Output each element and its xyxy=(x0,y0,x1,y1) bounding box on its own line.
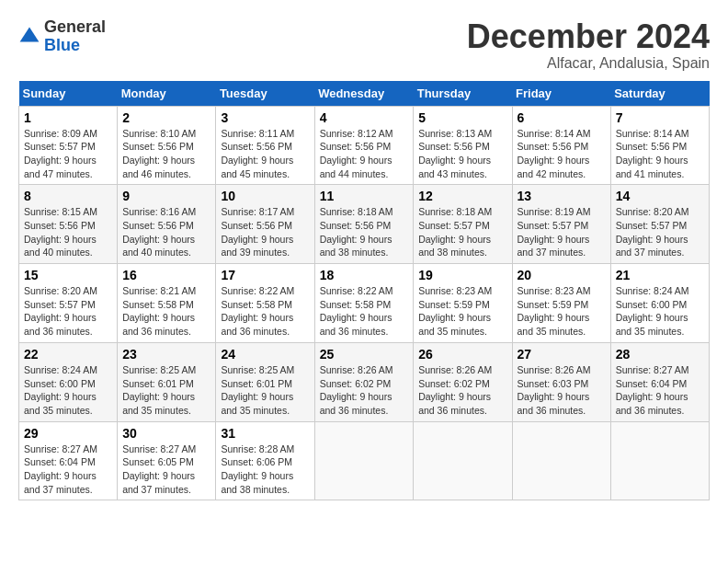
day-info: Sunrise: 8:21 AMSunset: 5:58 PMDaylight:… xyxy=(122,284,210,339)
day-info: Sunrise: 8:23 AMSunset: 5:59 PMDaylight:… xyxy=(418,284,506,339)
calendar-cell: 31Sunrise: 8:28 AMSunset: 6:06 PMDayligh… xyxy=(216,421,314,500)
day-info: Sunrise: 8:20 AMSunset: 5:57 PMDaylight:… xyxy=(24,284,112,339)
month-title: December 2024 xyxy=(467,18,710,55)
calendar-cell: 6Sunrise: 8:14 AMSunset: 5:56 PMDaylight… xyxy=(512,106,610,185)
day-number: 23 xyxy=(122,347,210,362)
day-number: 28 xyxy=(616,347,704,362)
day-info: Sunrise: 8:26 AMSunset: 6:02 PMDaylight:… xyxy=(418,363,506,418)
day-number: 14 xyxy=(616,189,704,203)
day-info: Sunrise: 8:19 AMSunset: 5:57 PMDaylight:… xyxy=(518,205,606,259)
day-info: Sunrise: 8:16 AMSunset: 5:56 PMDaylight:… xyxy=(122,205,210,259)
day-info: Sunrise: 8:26 AMSunset: 6:03 PMDaylight:… xyxy=(518,363,606,418)
day-info: Sunrise: 8:27 AMSunset: 6:04 PMDaylight:… xyxy=(24,442,112,497)
day-info: Sunrise: 8:10 AMSunset: 5:56 PMDaylight:… xyxy=(122,127,210,181)
logo-text: General Blue xyxy=(44,18,106,55)
day-info: Sunrise: 8:28 AMSunset: 6:06 PMDaylight:… xyxy=(221,442,309,497)
calendar-cell xyxy=(414,421,512,500)
calendar-cell: 26Sunrise: 8:26 AMSunset: 6:02 PMDayligh… xyxy=(414,342,512,421)
day-number: 2 xyxy=(122,110,210,125)
day-number: 30 xyxy=(122,426,210,441)
calendar-cell: 15Sunrise: 8:20 AMSunset: 5:57 PMDayligh… xyxy=(19,264,118,343)
day-number: 8 xyxy=(24,189,112,203)
day-info: Sunrise: 8:20 AMSunset: 5:57 PMDaylight:… xyxy=(616,205,704,259)
day-number: 27 xyxy=(518,347,606,362)
calendar-cell: 5Sunrise: 8:13 AMSunset: 5:56 PMDaylight… xyxy=(414,106,512,185)
day-info: Sunrise: 8:15 AMSunset: 5:56 PMDaylight:… xyxy=(24,205,112,259)
calendar-body: 1Sunrise: 8:09 AMSunset: 5:57 PMDaylight… xyxy=(19,106,710,500)
page-header: General Blue December 2024 Alfacar, Anda… xyxy=(18,18,710,72)
location-subtitle: Alfacar, Andalusia, Spain xyxy=(467,55,710,72)
calendar-cell: 29Sunrise: 8:27 AMSunset: 6:04 PMDayligh… xyxy=(19,421,118,500)
day-info: Sunrise: 8:17 AMSunset: 5:56 PMDaylight:… xyxy=(221,205,309,259)
calendar-cell: 4Sunrise: 8:12 AMSunset: 5:56 PMDaylight… xyxy=(314,106,414,185)
logo: General Blue xyxy=(18,18,106,55)
calendar-cell xyxy=(512,421,610,500)
calendar-cell: 25Sunrise: 8:26 AMSunset: 6:02 PMDayligh… xyxy=(314,342,414,421)
day-info: Sunrise: 8:25 AMSunset: 6:01 PMDaylight:… xyxy=(122,363,210,418)
day-number: 19 xyxy=(418,268,506,282)
day-number: 4 xyxy=(320,110,409,125)
day-number: 15 xyxy=(24,268,112,282)
calendar-cell: 24Sunrise: 8:25 AMSunset: 6:01 PMDayligh… xyxy=(216,342,314,421)
day-number: 1 xyxy=(24,110,112,125)
calendar-cell: 20Sunrise: 8:23 AMSunset: 5:59 PMDayligh… xyxy=(512,264,610,343)
calendar-cell: 7Sunrise: 8:14 AMSunset: 5:56 PMDaylight… xyxy=(610,106,709,185)
calendar-cell: 28Sunrise: 8:27 AMSunset: 6:04 PMDayligh… xyxy=(610,342,709,421)
day-info: Sunrise: 8:25 AMSunset: 6:01 PMDaylight:… xyxy=(221,363,309,418)
day-info: Sunrise: 8:27 AMSunset: 6:05 PMDaylight:… xyxy=(122,442,210,497)
calendar-cell: 2Sunrise: 8:10 AMSunset: 5:56 PMDaylight… xyxy=(118,106,216,185)
weekday-header-friday: Friday xyxy=(512,81,610,107)
calendar-cell: 22Sunrise: 8:24 AMSunset: 6:00 PMDayligh… xyxy=(19,342,118,421)
day-number: 24 xyxy=(221,347,309,362)
weekday-header-sunday: Sunday xyxy=(19,81,118,107)
day-number: 16 xyxy=(122,268,210,282)
day-number: 17 xyxy=(221,268,309,282)
day-info: Sunrise: 8:18 AMSunset: 5:57 PMDaylight:… xyxy=(418,205,506,259)
day-info: Sunrise: 8:11 AMSunset: 5:56 PMDaylight:… xyxy=(221,127,309,181)
calendar-cell: 30Sunrise: 8:27 AMSunset: 6:05 PMDayligh… xyxy=(118,421,216,500)
day-number: 7 xyxy=(616,110,704,125)
day-number: 11 xyxy=(320,189,409,203)
weekday-header-tuesday: Tuesday xyxy=(216,81,314,107)
day-info: Sunrise: 8:22 AMSunset: 5:58 PMDaylight:… xyxy=(320,284,409,339)
calendar-week-1: 1Sunrise: 8:09 AMSunset: 5:57 PMDaylight… xyxy=(19,106,710,185)
day-number: 5 xyxy=(418,110,506,125)
day-info: Sunrise: 8:24 AMSunset: 6:00 PMDaylight:… xyxy=(616,284,704,339)
day-number: 29 xyxy=(24,426,112,441)
day-number: 26 xyxy=(418,347,506,362)
calendar-cell: 13Sunrise: 8:19 AMSunset: 5:57 PMDayligh… xyxy=(512,185,610,264)
day-info: Sunrise: 8:23 AMSunset: 5:59 PMDaylight:… xyxy=(518,284,606,339)
day-number: 12 xyxy=(418,189,506,203)
day-number: 18 xyxy=(320,268,409,282)
calendar-week-4: 22Sunrise: 8:24 AMSunset: 6:00 PMDayligh… xyxy=(19,342,710,421)
svg-marker-0 xyxy=(20,27,40,41)
calendar-cell: 27Sunrise: 8:26 AMSunset: 6:03 PMDayligh… xyxy=(512,342,610,421)
day-number: 3 xyxy=(221,110,309,125)
day-info: Sunrise: 8:09 AMSunset: 5:57 PMDaylight:… xyxy=(24,127,112,181)
calendar-week-2: 8Sunrise: 8:15 AMSunset: 5:56 PMDaylight… xyxy=(19,185,710,264)
day-number: 6 xyxy=(518,110,606,125)
calendar-cell: 14Sunrise: 8:20 AMSunset: 5:57 PMDayligh… xyxy=(610,185,709,264)
calendar-cell: 3Sunrise: 8:11 AMSunset: 5:56 PMDaylight… xyxy=(216,106,314,185)
day-info: Sunrise: 8:12 AMSunset: 5:56 PMDaylight:… xyxy=(320,127,409,181)
day-number: 21 xyxy=(616,268,704,282)
calendar-cell xyxy=(314,421,414,500)
calendar-cell: 12Sunrise: 8:18 AMSunset: 5:57 PMDayligh… xyxy=(414,185,512,264)
day-info: Sunrise: 8:14 AMSunset: 5:56 PMDaylight:… xyxy=(518,127,606,181)
weekday-header-row: SundayMondayTuesdayWednesdayThursdayFrid… xyxy=(19,81,710,107)
day-number: 25 xyxy=(320,347,409,362)
calendar-week-5: 29Sunrise: 8:27 AMSunset: 6:04 PMDayligh… xyxy=(19,421,710,500)
day-info: Sunrise: 8:22 AMSunset: 5:58 PMDaylight:… xyxy=(221,284,309,339)
calendar-cell: 8Sunrise: 8:15 AMSunset: 5:56 PMDaylight… xyxy=(19,185,118,264)
day-info: Sunrise: 8:18 AMSunset: 5:56 PMDaylight:… xyxy=(320,205,409,259)
calendar-table: SundayMondayTuesdayWednesdayThursdayFrid… xyxy=(18,81,710,501)
day-number: 20 xyxy=(518,268,606,282)
day-info: Sunrise: 8:13 AMSunset: 5:56 PMDaylight:… xyxy=(418,127,506,181)
day-number: 10 xyxy=(221,189,309,203)
calendar-cell: 1Sunrise: 8:09 AMSunset: 5:57 PMDaylight… xyxy=(19,106,118,185)
day-number: 13 xyxy=(518,189,606,203)
day-number: 22 xyxy=(24,347,112,362)
day-number: 9 xyxy=(122,189,210,203)
day-info: Sunrise: 8:24 AMSunset: 6:00 PMDaylight:… xyxy=(24,363,112,418)
weekday-header-saturday: Saturday xyxy=(610,81,709,107)
